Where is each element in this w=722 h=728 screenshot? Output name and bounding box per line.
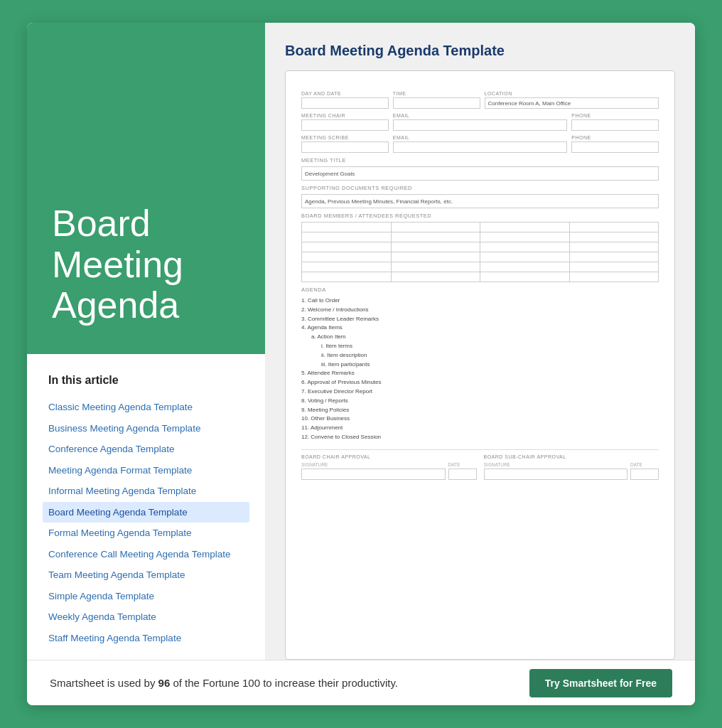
tpl-meeting-title-field: Development Goals: [301, 166, 659, 181]
tpl-board-chair-fields: SIGNATURE DATE: [301, 462, 477, 480]
right-panel: Board Meeting Agenda Template DAY AND DA…: [265, 23, 695, 660]
tpl-scribe-phone-label: PHONE: [571, 135, 659, 140]
tpl-phone-field: PHONE: [571, 113, 659, 131]
tpl-scribe-phone-field: PHONE: [571, 135, 659, 153]
tpl-email-label: EMAIL: [393, 113, 568, 118]
tpl-supporting-docs-field: Agenda, Previous Meeting Minutes, Financ…: [301, 194, 659, 208]
list-item: 10. Other Business: [301, 414, 659, 424]
table-row: [302, 262, 659, 272]
hero-section: BoardMeetingAgenda: [27, 23, 265, 354]
tpl-subchair-label: BOARD SUB-CHAIR APPROVAL: [484, 454, 659, 459]
toc-item[interactable]: Classic Meeting Agenda Template: [48, 397, 244, 418]
tpl-location-input: Conference Room A, Main Office: [485, 97, 659, 109]
main-content: BoardMeetingAgenda In this article Class…: [27, 23, 695, 660]
list-item: 7. Executive Director Report: [301, 387, 659, 397]
list-item: 4. Agenda Items: [301, 323, 659, 333]
list-item: 9. Meeting Policies: [301, 406, 659, 415]
toc-item[interactable]: Informal Meeting Agenda Template: [48, 481, 244, 502]
tpl-row-3: MEETING SCRIBE EMAIL PHONE: [301, 135, 659, 153]
toc-item[interactable]: Business Meeting Agenda Template: [48, 418, 244, 439]
tpl-board-chair-label: BOARD CHAIR APPROVAL: [301, 454, 477, 459]
template-preview: DAY AND DATE TIME LOCATION Conference Ro…: [285, 70, 675, 660]
toc-item[interactable]: Weekly Agenda Template: [48, 606, 244, 628]
tpl-chair-sig-label: SIGNATURE: [301, 462, 446, 467]
list-item: 3. Committee Leader Remarks: [301, 315, 659, 324]
list-item: 6. Approval of Previous Minutes: [301, 378, 659, 387]
tpl-subchair-sig-label: SIGNATURE: [484, 462, 628, 467]
tpl-time-field: TIME: [393, 91, 480, 109]
toc-heading: In this article: [48, 374, 244, 387]
footer-number: 96: [158, 677, 171, 689]
tpl-scribe-phone-input: [571, 141, 659, 153]
tpl-row-1: DAY AND DATE TIME LOCATION Conference Ro…: [301, 91, 659, 109]
left-panel: BoardMeetingAgenda In this article Class…: [27, 23, 265, 660]
tpl-chair-label: MEETING CHAIR: [301, 113, 389, 118]
list-item: a. Action Item: [301, 333, 659, 342]
table-row: [302, 242, 659, 252]
tpl-supporting-docs-label: SUPPORTING DOCUMENTS REQUIRED: [301, 185, 659, 191]
tpl-row-2: MEETING CHAIR EMAIL PHONE: [301, 113, 659, 131]
tpl-email-input: [393, 119, 568, 131]
tpl-agenda-title: AGENDA: [301, 287, 659, 293]
table-row: [302, 223, 659, 232]
tpl-supporting-docs-input: Agenda, Previous Meeting Minutes, Financ…: [301, 194, 659, 208]
main-card: BoardMeetingAgenda In this article Class…: [27, 23, 695, 705]
tpl-chair-date-input: [448, 469, 477, 480]
tpl-time-input: [393, 97, 480, 109]
tpl-phone-label: PHONE: [571, 113, 659, 118]
tpl-chair-date-label: DATE: [448, 462, 477, 467]
footer-text: Smartsheet is used by 96 of the Fortune …: [50, 677, 398, 689]
tpl-subchair-fields: SIGNATURE DATE: [484, 462, 659, 480]
tpl-scribe-email-label: EMAIL: [393, 135, 568, 140]
tpl-day-date-input: [301, 97, 389, 109]
toc-list: Classic Meeting Agenda TemplateBusiness …: [48, 397, 244, 649]
table-row: [302, 252, 659, 262]
list-item: 1. Call to Order: [301, 296, 659, 306]
tpl-day-date-field: DAY AND DATE: [301, 91, 389, 109]
tpl-row-4: Development Goals: [301, 166, 659, 181]
list-item: iii. Item participants: [301, 360, 659, 370]
tpl-scribe-input: [301, 141, 389, 153]
list-item: 2. Welcome / Introductions: [301, 306, 659, 315]
tpl-chair-sig-input: [301, 469, 446, 480]
toc-item[interactable]: Simple Agenda Template: [48, 586, 244, 607]
toc-item[interactable]: Staff Meeting Agenda Template: [48, 628, 244, 649]
table-row: [302, 232, 659, 242]
tpl-scribe-label: MEETING SCRIBE: [301, 135, 389, 140]
tpl-day-date-label: DAY AND DATE: [301, 91, 389, 96]
toc-item[interactable]: Conference Call Meeting Agenda Template: [48, 544, 244, 565]
list-item: 12. Convene to Closed Session: [301, 433, 659, 442]
tpl-chair-sig-field: SIGNATURE: [301, 462, 446, 480]
tpl-agenda-list: 1. Call to Order 2. Welcome / Introducti…: [301, 296, 659, 442]
tpl-meeting-title-input: Development Goals: [301, 166, 659, 181]
toc-section: In this article Classic Meeting Agenda T…: [27, 354, 265, 660]
toc-item[interactable]: Formal Meeting Agenda Template: [48, 523, 244, 544]
tpl-attendees-label: BOARD MEMBERS / ATTENDEES REQUESTED: [301, 213, 659, 219]
table-row: [302, 272, 659, 282]
tpl-row-5: Agenda, Previous Meeting Minutes, Financ…: [301, 194, 659, 208]
list-item: i. Item terms: [301, 342, 659, 351]
cta-button[interactable]: Try Smartsheet for Free: [529, 669, 672, 697]
toc-item[interactable]: Meeting Agenda Format Template: [48, 460, 244, 481]
list-item: ii. Item description: [301, 351, 659, 360]
tpl-scribe-field: MEETING SCRIBE: [301, 135, 389, 153]
tpl-subchair-col: BOARD SUB-CHAIR APPROVAL SIGNATURE DATE: [484, 454, 659, 480]
tpl-scribe-email-field: EMAIL: [393, 135, 568, 153]
toc-item[interactable]: Board Meeting Agenda Template: [43, 502, 249, 523]
tpl-approval-row: BOARD CHAIR APPROVAL SIGNATURE DATE: [301, 449, 659, 480]
tpl-subchair-sig-field: SIGNATURE: [484, 462, 628, 480]
tpl-subchair-sig-input: [484, 469, 628, 480]
tpl-subchair-date-input: [630, 469, 659, 480]
hero-title: BoardMeetingAgenda: [52, 203, 183, 326]
toc-item[interactable]: Team Meeting Agenda Template: [48, 564, 244, 586]
tpl-attendees-table: [301, 222, 659, 282]
list-item: 5. Attendee Remarks: [301, 369, 659, 378]
tpl-chair-input: [301, 119, 389, 131]
tpl-chair-date-field: DATE: [448, 462, 477, 480]
tpl-email-field: EMAIL: [393, 113, 568, 131]
tpl-location-field: LOCATION Conference Room A, Main Office: [485, 91, 659, 109]
toc-item[interactable]: Conference Agenda Template: [48, 439, 244, 460]
list-item: 8. Voting / Reports: [301, 397, 659, 406]
tpl-time-label: TIME: [393, 91, 480, 96]
tpl-subchair-date-label: DATE: [630, 462, 659, 467]
